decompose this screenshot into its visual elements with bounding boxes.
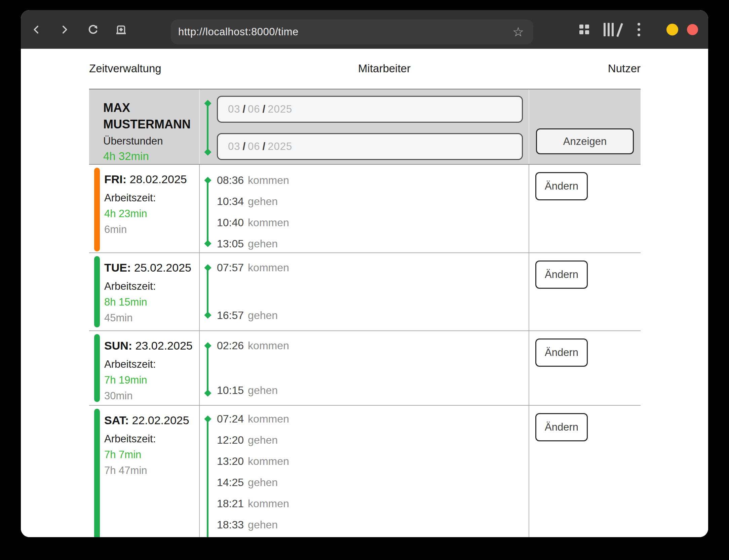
nav-item-zeitverwaltung[interactable]: Zeitverwaltung [89, 62, 273, 75]
aendern-button[interactable]: Ändern [535, 172, 588, 200]
summary-row: MAX MUSTERMANN Überstunden 4h 32min 03 /… [89, 89, 641, 165]
minimize-window-button[interactable] [666, 24, 678, 35]
close-window-button[interactable] [687, 24, 698, 35]
timeline-connector [207, 180, 208, 244]
bookmark-star-icon[interactable]: ☆ [512, 26, 524, 38]
time-entry: 16:57gehen [217, 305, 529, 326]
worktime-value: 8h 15min [104, 294, 199, 310]
day-date: 28.02.2025 [130, 173, 187, 186]
day-cell: FRI: 28.02.2025 Arbeitszeit: 4h 23min 6m… [89, 165, 199, 254]
day-abbrev: SAT: [104, 414, 129, 427]
action-cell: Ändern [529, 331, 641, 405]
reload-button[interactable] [81, 10, 105, 49]
table-row: FRI: 28.02.2025 Arbeitszeit: 4h 23min 6m… [89, 165, 641, 252]
worktime-label: Arbeitszeit: [104, 356, 199, 372]
date-to-month: 03 [228, 141, 240, 153]
day-date: 22.02.2025 [132, 414, 189, 427]
date-from-year: 2025 [268, 103, 292, 115]
timeline-connector [207, 346, 208, 393]
aendern-button[interactable]: Ändern [535, 413, 588, 441]
reload-icon [86, 23, 100, 36]
worktime-value: 4h 23min [104, 206, 199, 222]
break-value: 45min [104, 310, 199, 326]
day-abbrev: SUN: [104, 339, 132, 352]
time-entry: 02:26kommen [217, 335, 529, 356]
date-to-year: 2025 [268, 141, 292, 153]
timeline-connector [207, 268, 208, 315]
table-row: SUN: 23.02.2025 Arbeitszeit: 7h 19min 30… [89, 330, 641, 405]
date-to-input[interactable]: 03 / 06 / 2025 [217, 133, 523, 160]
day-abbrev: TUE: [104, 261, 131, 274]
summary-action-cell: Anzeigen [529, 89, 641, 164]
day-title: SUN: 23.02.2025 [104, 339, 199, 352]
chevron-left-icon [31, 24, 42, 35]
time-page: Zeitverwaltung Mitarbeiter Nutzer MAX MU… [21, 49, 708, 537]
day-title: FRI: 28.02.2025 [104, 173, 199, 186]
worktime-label: Arbeitszeit: [104, 278, 199, 294]
time-entry: 10:40kommen [217, 212, 529, 233]
url-text: http://localhost:8000/time [178, 26, 299, 38]
nav-item-mitarbeiter[interactable]: Mitarbeiter [293, 62, 476, 75]
time-table: MAX MUSTERMANN Überstunden 4h 32min 03 /… [89, 89, 641, 537]
overtime-value: 4h 32min [103, 150, 199, 163]
date-from-day: 06 [248, 103, 260, 115]
time-entry: 07:57kommen [217, 257, 529, 278]
employee-summary: MAX MUSTERMANN Überstunden 4h 32min [89, 89, 199, 164]
time-entry: 18:33gehen [217, 514, 529, 535]
worktime-label: Arbeitszeit: [104, 190, 199, 206]
day-cell: SAT: 22.02.2025 Arbeitszeit: 7h 7min 7h … [89, 406, 199, 537]
date-to-day: 06 [248, 141, 260, 153]
nav-item-nutzer[interactable]: Nutzer [457, 62, 641, 75]
date-from-month: 03 [228, 103, 240, 115]
status-bar [94, 168, 100, 251]
day-title: TUE: 25.02.2025 [104, 261, 199, 274]
library-icon [604, 23, 620, 36]
new-tab-icon [114, 23, 128, 37]
aendern-button[interactable]: Ändern [535, 338, 588, 367]
browser-toolbar: http://localhost:8000/time ☆ [21, 10, 708, 49]
time-entry: 12:20gehen [217, 430, 529, 451]
entries-cell: 07:24kommen 12:20gehen 13:20kommen 14:25… [199, 406, 529, 537]
grid-icon [579, 25, 589, 34]
action-cell: Ändern [529, 406, 641, 537]
forward-button[interactable] [53, 10, 76, 49]
employee-name-line1: MAX [103, 99, 199, 116]
day-date: 25.02.2025 [134, 261, 191, 274]
day-cell: TUE: 25.02.2025 Arbeitszeit: 8h 15min 45… [89, 253, 199, 330]
top-navigation: Zeitverwaltung Mitarbeiter Nutzer [89, 62, 641, 75]
date-range-cell: 03 / 06 / 2025 03 / 06 / 2025 [199, 89, 529, 164]
date-from-input[interactable]: 03 / 06 / 2025 [217, 96, 523, 123]
time-entry: 10:34gehen [217, 191, 529, 212]
anzeigen-button[interactable]: Anzeigen [536, 128, 634, 154]
status-bar [94, 334, 100, 402]
tab-overview-button[interactable] [572, 10, 596, 49]
time-entry: 10:15gehen [217, 380, 529, 401]
time-entry: 13:20kommen [217, 451, 529, 472]
library-button[interactable] [600, 10, 624, 49]
worktime-label: Arbeitszeit: [104, 431, 199, 447]
time-entry: 07:24kommen [217, 408, 529, 430]
aendern-button[interactable]: Ändern [535, 261, 588, 289]
browser-window: http://localhost:8000/time ☆ Zeitverwalt… [21, 10, 708, 537]
time-entry: 13:05gehen [217, 233, 529, 254]
new-tab-button[interactable] [109, 10, 133, 49]
url-bar[interactable]: http://localhost:8000/time ☆ [171, 19, 533, 44]
action-cell: Ändern [529, 165, 641, 254]
day-title: SAT: 22.02.2025 [104, 414, 199, 427]
overtime-label: Überstunden [103, 135, 199, 147]
entries-cell: 07:57kommen 16:57gehen [199, 253, 529, 330]
status-bar [94, 256, 100, 327]
break-value: 7h 47min [104, 463, 199, 478]
day-date: 23.02.2025 [136, 339, 193, 352]
worktime-value: 7h 7min [104, 447, 199, 463]
time-entry: 21:24kommen [217, 535, 529, 537]
timeline-connector [207, 103, 208, 152]
table-row: TUE: 25.02.2025 Arbeitszeit: 8h 15min 45… [89, 252, 641, 330]
day-cell: SUN: 23.02.2025 Arbeitszeit: 7h 19min 30… [89, 331, 199, 405]
employee-name-line2: MUSTERMANN [103, 116, 199, 132]
table-row: SAT: 22.02.2025 Arbeitszeit: 7h 7min 7h … [89, 405, 641, 537]
back-button[interactable] [25, 10, 48, 49]
chevron-right-icon [59, 24, 70, 35]
menu-button[interactable] [627, 10, 651, 49]
kebab-menu-icon [638, 23, 640, 36]
